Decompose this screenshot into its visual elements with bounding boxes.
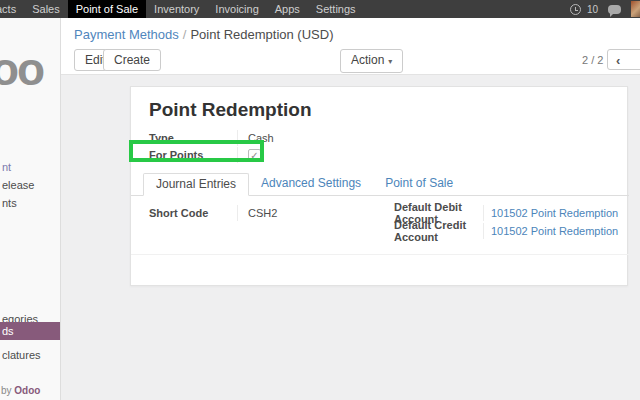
- app-menu: acts Sales Point of Sale Inventory Invoi…: [0, 0, 364, 18]
- sidebar-item-3[interactable]: nts: [0, 194, 61, 212]
- powered-by-odoo[interactable]: by Odoo: [0, 385, 40, 396]
- main-area: Payment Methods/Point Redemption (USD) E…: [61, 18, 640, 400]
- type-field-value: Cash: [238, 132, 274, 144]
- tab-point-of-sale[interactable]: Point of Sale: [373, 173, 465, 196]
- control-panel: Payment Methods/Point Redemption (USD) E…: [61, 18, 640, 75]
- powered-by-prefix: by: [1, 385, 12, 396]
- for-points-field-label: For Points: [149, 147, 238, 163]
- breadcrumb-parent-link[interactable]: Payment Methods: [74, 27, 179, 42]
- menu-item-inventory[interactable]: Inventory: [146, 0, 207, 18]
- menu-item-contacts[interactable]: acts: [0, 0, 24, 18]
- tab-journal-entries[interactable]: Journal Entries: [143, 173, 249, 196]
- menu-item-settings[interactable]: Settings: [308, 0, 364, 18]
- activities-clock-icon[interactable]: [570, 4, 581, 15]
- create-button[interactable]: Create: [103, 49, 161, 71]
- default-debit-account-link[interactable]: 101502 Point Redemption: [484, 207, 618, 219]
- chevron-left-icon: ‹: [616, 53, 620, 68]
- action-dropdown-button[interactable]: Action▾: [340, 49, 403, 73]
- sidebar-item-payment-methods[interactable]: ds: [0, 322, 61, 340]
- pager-previous-button[interactable]: ‹: [607, 49, 640, 70]
- tab-advanced-settings[interactable]: Advanced Settings: [249, 173, 373, 196]
- menu-item-point-of-sale[interactable]: Point of Sale: [68, 0, 146, 18]
- sidebar-item-2[interactable]: elease: [0, 176, 61, 194]
- systray: 10: [570, 0, 640, 18]
- short-code-value: CSH2: [238, 207, 277, 219]
- field-row-default-credit-account: Default Credit Account 101502 Point Rede…: [394, 223, 618, 239]
- caret-down-icon: ▾: [388, 57, 392, 66]
- field-row-for-points: For Points ✓: [149, 147, 389, 163]
- pager-count: 2 / 2: [582, 54, 603, 66]
- menu-item-apps[interactable]: Apps: [267, 0, 308, 18]
- sheet-divider: [131, 254, 629, 255]
- for-points-checkbox[interactable]: ✓: [248, 149, 261, 162]
- menu-item-invoicing[interactable]: Invoicing: [207, 0, 266, 18]
- messages-chat-icon[interactable]: [608, 5, 621, 14]
- menu-item-sales[interactable]: Sales: [24, 0, 68, 18]
- content-background: Point Redemption Type Cash For Points ✓ …: [61, 75, 640, 400]
- default-credit-account-label: Default Credit Account: [394, 223, 484, 239]
- breadcrumb: Payment Methods/Point Redemption (USD): [74, 27, 333, 42]
- user-avatar[interactable]: [631, 1, 640, 17]
- sidebar-item-1[interactable]: nt: [0, 158, 61, 176]
- odoo-app-window: acts Sales Point of Sale Inventory Invoi…: [0, 0, 640, 400]
- activity-count: 10: [587, 4, 598, 15]
- odoo-brand-link[interactable]: Odoo: [14, 385, 40, 396]
- sidebar: oo nt elease nts egories ds clatures by …: [0, 18, 61, 400]
- short-code-label: Short Code: [149, 205, 238, 221]
- breadcrumb-separator: /: [179, 27, 191, 42]
- sidebar-item-nomenclatures[interactable]: clatures: [0, 346, 61, 364]
- action-label: Action: [351, 53, 384, 67]
- top-menu-bar: acts Sales Point of Sale Inventory Invoi…: [0, 0, 640, 18]
- type-field-label: Type: [149, 130, 238, 146]
- breadcrumb-current: Point Redemption (USD): [190, 27, 333, 42]
- field-row-type: Type Cash: [149, 130, 389, 146]
- field-row-short-code: Short Code CSH2: [149, 205, 277, 221]
- odoo-logo: oo: [0, 46, 43, 92]
- default-credit-account-link[interactable]: 101502 Point Redemption: [484, 225, 618, 237]
- payment-method-form: Point Redemption Type Cash For Points ✓ …: [130, 86, 628, 286]
- notebook-tabs: Journal Entries Advanced Settings Point …: [131, 173, 629, 196]
- record-title: Point Redemption: [149, 99, 312, 121]
